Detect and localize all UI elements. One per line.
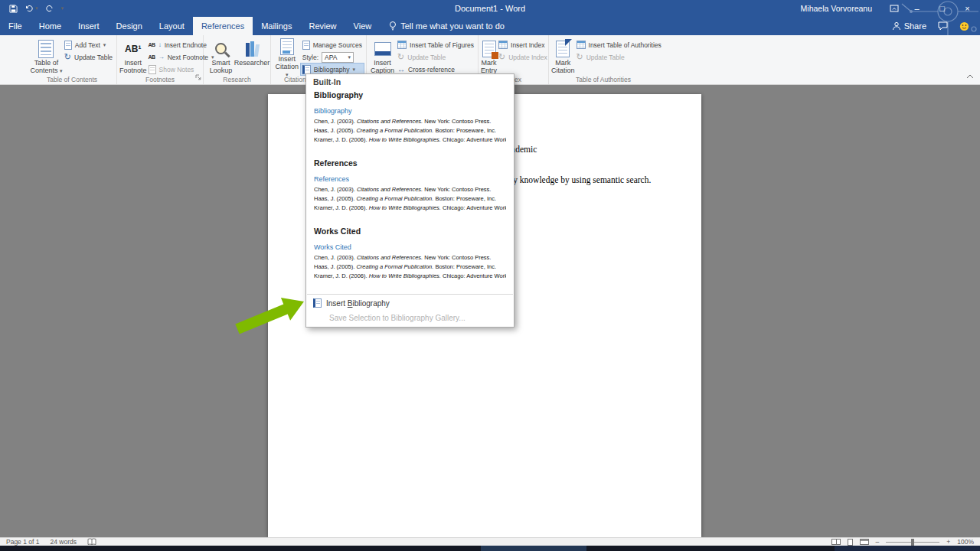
group-table-of-authorities: Mark Citation Insert Table of Authoritie… <box>549 35 658 84</box>
footnote-ab-icon: AB <box>149 54 155 60</box>
researcher-button[interactable]: Researcher <box>236 37 268 75</box>
tab-design[interactable]: Design <box>108 17 151 35</box>
zoom-in-button[interactable]: + <box>946 538 950 546</box>
insert-caption-button[interactable]: Insert Caption <box>369 37 396 75</box>
tab-mailings[interactable]: Mailings <box>253 17 300 35</box>
mark-citation-icon <box>556 41 570 57</box>
zoom-level[interactable]: 100% <box>957 538 974 546</box>
gallery-item-bibliography[interactable]: Bibliography Bibliography Chen, J. (2003… <box>306 87 514 155</box>
group-label-table-of-authorities: Table of Authorities <box>549 76 658 83</box>
update-table-button[interactable]: ↻ Update Table <box>63 51 114 63</box>
redo-icon <box>45 5 54 12</box>
word-window: ▾ ▾ Document1 - Word Mihaela Vorvoreanu … <box>0 0 980 551</box>
collapse-ribbon-button[interactable] <box>966 68 974 82</box>
tab-references[interactable]: References <box>193 17 253 35</box>
comments-icon[interactable] <box>938 21 948 31</box>
tell-me-box[interactable]: Tell me what you want to do <box>380 17 514 35</box>
tab-insert[interactable]: Insert <box>70 17 108 35</box>
group-label-research: Research <box>204 76 270 83</box>
tab-view[interactable]: View <box>345 17 381 35</box>
customize-qat-arrow-icon: ▾ <box>61 5 64 11</box>
update-table-captions-button: ↻ Update Table <box>396 51 475 63</box>
insert-table-of-authorities-button[interactable]: Insert Table of Authorities <box>575 39 663 51</box>
minimize-button[interactable]: – <box>904 0 929 17</box>
gallery-item-references[interactable]: References References Chen, J. (2003). C… <box>306 155 514 223</box>
tab-home[interactable]: Home <box>31 17 70 35</box>
save-selection-menu-item: Save Selection to Bibliography Gallery..… <box>306 311 514 325</box>
taskbar-item <box>835 546 980 551</box>
dropdown-arrow-icon: ▾ <box>348 54 351 60</box>
feedback-smiley-icon[interactable] <box>959 21 969 31</box>
update-table-authorities-button: ↻ Update Table <box>575 51 663 63</box>
ribbon-tab-bar: File Home Insert Design Layout Reference… <box>0 17 980 35</box>
title-bar: ▾ ▾ Document1 - Word Mihaela Vorvoreanu … <box>0 0 980 17</box>
undo-icon <box>24 5 34 12</box>
style-select[interactable]: APA ▾ <box>322 52 354 63</box>
insert-footnote-button[interactable]: AB¹ Insert Footnote <box>119 37 147 75</box>
group-footnotes: AB¹ Insert Footnote AB ↓ Insert Endnote … <box>117 35 204 84</box>
gallery-item-works-cited[interactable]: Works Cited Works Cited Chen, J. (2003).… <box>306 223 514 292</box>
group-research: Smart Lookup Researcher Research <box>204 35 271 84</box>
researcher-icon <box>246 41 259 57</box>
menu-separator <box>307 294 513 295</box>
manage-sources-icon <box>302 41 310 50</box>
tab-file[interactable]: File <box>0 17 31 35</box>
insert-index-icon <box>498 41 508 49</box>
dropdown-arrow-icon: ▾ <box>103 42 106 48</box>
insert-citation-button[interactable]: Insert Citation ▾ <box>273 37 301 75</box>
table-of-figures-icon <box>397 41 407 49</box>
refresh-icon: ↻ <box>64 53 71 61</box>
proofing-status-icon[interactable] <box>87 538 96 546</box>
table-of-contents-button[interactable]: Table of Contents ▾ <box>30 37 63 75</box>
endnote-ab-icon: AB <box>149 42 155 47</box>
save-button[interactable] <box>9 5 18 13</box>
insert-bibliography-icon <box>313 298 322 308</box>
right-arrow-icon: → <box>158 54 165 60</box>
insert-caption-icon <box>374 42 391 56</box>
close-button[interactable]: × <box>955 0 980 17</box>
add-text-icon <box>64 41 72 50</box>
bibliography-dropdown-menu: Built-In Bibliography Bibliography Chen,… <box>305 73 514 328</box>
table-of-authorities-icon <box>577 41 586 49</box>
zoom-out-button[interactable]: – <box>876 538 880 546</box>
manage-sources-button[interactable]: Manage Sources <box>301 39 364 51</box>
mark-citation-button[interactable]: Mark Citation <box>551 37 575 75</box>
print-layout-button[interactable] <box>848 539 853 546</box>
group-table-of-contents: Table of Contents ▾ Add Text ▾ ↻ Update … <box>28 35 117 84</box>
mark-entry-button[interactable]: Mark Entry <box>481 37 497 75</box>
zoom-slider-thumb[interactable] <box>911 539 914 546</box>
signed-in-user[interactable]: Mihaela Vorvoreanu <box>801 4 872 13</box>
add-text-button[interactable]: Add Text ▾ <box>63 39 114 51</box>
ribbon-display-options-button[interactable] <box>884 0 904 17</box>
insert-index-button[interactable]: Insert Index <box>497 39 549 51</box>
redo-button[interactable] <box>45 5 54 12</box>
maximize-button[interactable]: □ <box>929 0 955 17</box>
refresh-icon: ↻ <box>577 53 583 61</box>
page-indicator[interactable]: Page 1 of 1 <box>6 538 39 546</box>
dropdown-section-header: Built-In <box>306 74 514 87</box>
tab-layout[interactable]: Layout <box>151 17 193 35</box>
web-layout-button[interactable] <box>860 539 869 545</box>
insert-bibliography-menu-item[interactable]: Insert Bibliography <box>306 295 514 311</box>
share-button[interactable]: Share <box>892 21 926 31</box>
lightbulb-icon <box>389 21 397 31</box>
group-label-footnotes: Footnotes <box>117 76 203 83</box>
show-notes-icon <box>149 65 156 74</box>
undo-dropdown-arrow[interactable]: ▾ <box>35 5 38 11</box>
insert-citation-icon <box>280 38 294 55</box>
insert-table-of-figures-button[interactable]: Insert Table of Figures <box>396 39 475 51</box>
smart-lookup-icon <box>215 43 227 54</box>
word-count[interactable]: 24 words <box>50 538 77 546</box>
status-bar: Page 1 of 1 24 words – + 100% <box>0 537 980 546</box>
dropdown-arrow-icon: ▾ <box>353 67 356 73</box>
undo-button[interactable]: ▾ <box>24 5 38 12</box>
footnotes-dialog-launcher[interactable] <box>195 70 201 83</box>
save-icon <box>9 5 18 13</box>
style-row: Style: APA ▾ <box>301 51 364 63</box>
smart-lookup-button[interactable]: Smart Lookup <box>206 37 236 75</box>
customize-quick-access-button[interactable]: ▾ <box>61 5 64 11</box>
zoom-slider[interactable] <box>886 542 939 543</box>
tab-review[interactable]: Review <box>301 17 345 35</box>
mark-entry-icon <box>482 41 496 57</box>
read-mode-button[interactable] <box>831 539 841 545</box>
